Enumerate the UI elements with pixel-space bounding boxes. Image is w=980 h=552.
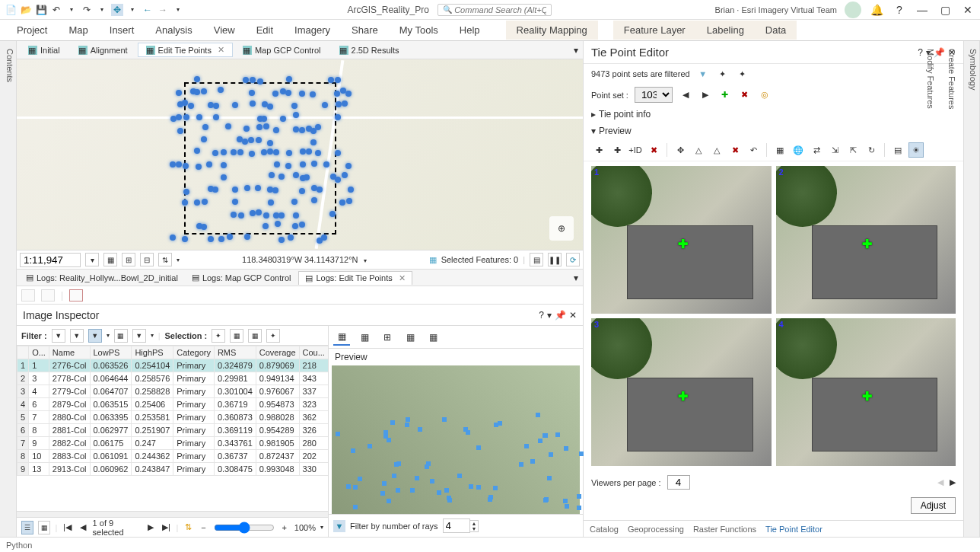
tiepoint-marker[interactable] [300, 148, 306, 155]
tiepoint-marker[interactable] [232, 187, 238, 193]
tpe-viewer-4[interactable]: ✚4 [776, 318, 956, 466]
command-search-input[interactable] [454, 5, 546, 14]
inspector-help-icon[interactable]: ? [539, 310, 544, 321]
tiepoint-marker[interactable] [221, 162, 227, 168]
prev-icon[interactable]: ◀ [77, 522, 88, 534]
refresh-icon[interactable]: ⟳ [566, 253, 580, 266]
inspector-close-icon[interactable]: ✕ [569, 310, 577, 321]
table-header[interactable] [18, 346, 29, 359]
tiepoint-marker[interactable] [244, 234, 250, 240]
maptab-25d[interactable]: ▦2.5D Results [331, 43, 408, 57]
copy-icon[interactable] [41, 289, 55, 302]
tiepoint-marker[interactable] [334, 91, 340, 97]
avatar[interactable] [845, 2, 861, 18]
redo-icon[interactable]: ↷ [81, 4, 93, 16]
image-tab-icon[interactable]: ▦ [356, 329, 373, 346]
tpe-viewer-1[interactable]: ✚1 [591, 166, 772, 314]
tpe-viewer-3[interactable]: ✚3 [591, 318, 772, 466]
dynamic-icon[interactable]: ⇅ [158, 253, 172, 266]
tiepoint-marker[interactable] [176, 161, 182, 168]
tiepoint-marker[interactable] [300, 161, 306, 168]
rail-contents[interactable]: Contents [4, 46, 16, 537]
table-view-icon[interactable] [21, 289, 35, 302]
table-header[interactable]: LowPS [90, 346, 132, 359]
tiepoint-marker[interactable] [176, 90, 182, 96]
dynamic-drop-icon[interactable]: ▾ [177, 257, 180, 263]
tpe-rotate-icon[interactable]: ↻ [864, 142, 879, 158]
maptab-initial[interactable]: ▦Initial [20, 43, 68, 57]
zoom-in-icon[interactable]: + [279, 522, 290, 534]
tpe-globe-icon[interactable]: 🌐 [791, 142, 806, 158]
h-scrollbar[interactable] [17, 511, 328, 517]
maptab-edit-tie-points[interactable]: ▦Edit Tie Points✕ [138, 43, 233, 57]
tiepoint-marker[interactable] [293, 112, 299, 118]
tiepoint-marker[interactable] [194, 76, 200, 82]
ribbon-tab-map[interactable]: Map [58, 21, 98, 40]
tiepoint-marker[interactable] [212, 150, 218, 156]
last-icon[interactable]: ▶| [161, 522, 171, 534]
tpe-filter-icon[interactable]: ▼ [696, 67, 710, 81]
tiepoint-marker[interactable] [299, 222, 305, 228]
table-header[interactable]: Category [173, 346, 215, 359]
tiepoint-marker[interactable] [213, 114, 219, 120]
undo-icon[interactable]: ↶ [50, 4, 62, 16]
tiepoint-marker[interactable] [201, 136, 207, 142]
tiepoint-marker[interactable] [304, 174, 310, 180]
tiepoint-marker[interactable] [293, 212, 299, 219]
ribbon-tab-help[interactable]: Help [449, 21, 491, 40]
tiepoint-marker[interactable] [206, 161, 212, 168]
scale-lock-icon[interactable]: ▾ [85, 253, 99, 266]
tiepoint-marker[interactable] [194, 148, 200, 154]
sel-zoom-icon[interactable]: ✦ [212, 329, 225, 343]
pointset-remove-icon[interactable]: ✖ [738, 88, 752, 102]
rail-symbology[interactable]: Symbology [967, 46, 979, 537]
tiepoint-marker[interactable] [273, 127, 279, 133]
tpe-help-icon[interactable]: ? [918, 47, 923, 58]
table-row[interactable]: 232778-Col0.0646440.258576Primary0.29981… [18, 372, 329, 385]
first-icon[interactable]: |◀ [62, 522, 72, 534]
pointset-next-icon[interactable]: ▶ [698, 88, 712, 102]
scale-dropdown[interactable] [20, 253, 81, 267]
tiepoint-marker[interactable] [196, 114, 202, 120]
tiepoint-marker[interactable] [267, 187, 273, 193]
tiepoint-marker[interactable] [256, 137, 262, 143]
tiepoint-marker[interactable] [293, 172, 299, 178]
point-set-dropdown[interactable]: 1035 [635, 87, 673, 103]
tiepoint-marker[interactable] [310, 91, 316, 97]
ribbon-tab-labeling[interactable]: Labeling [696, 21, 755, 40]
new-project-icon[interactable]: 📄 [5, 4, 17, 16]
tpe-page-prev-icon[interactable]: ◀ [937, 477, 943, 487]
ribbon-tab-feature-layer[interactable]: Feature Layer [613, 21, 696, 40]
tiepoint-marker[interactable] [194, 199, 200, 206]
tiepoint-marker[interactable] [170, 161, 176, 168]
tiepoint-marker[interactable] [221, 149, 227, 155]
tpe-info-header[interactable]: ▸ Tie point info [584, 106, 963, 123]
tiepoint-marker[interactable] [321, 235, 327, 241]
tiepoint-marker[interactable] [208, 236, 214, 242]
filter-clear-icon[interactable]: ▼ [132, 329, 146, 343]
tiepoint-marker[interactable] [237, 149, 243, 155]
table-header[interactable]: O... [29, 346, 49, 359]
tpe-enhance-icon[interactable]: ☀ [908, 142, 924, 158]
tpe-accept-icon[interactable]: △ [709, 142, 724, 158]
explore-drop-icon[interactable]: ▾ [126, 4, 138, 16]
pause-draw-icon[interactable]: ❚❚ [548, 253, 562, 266]
tiepoint-marker[interactable] [286, 150, 292, 156]
tiepoint-marker[interactable] [278, 237, 285, 243]
tiepoint-marker[interactable] [225, 123, 231, 129]
tiepoint-marker[interactable] [267, 148, 273, 155]
ribbon-tab-edit[interactable]: Edit [246, 21, 284, 40]
stats-tab-icon[interactable]: ⊞ [379, 329, 396, 346]
tiepoint-marker[interactable] [348, 187, 354, 193]
table-row[interactable]: 462879-Col0.0635150.25406Primary0.367190… [18, 398, 329, 411]
maptab-alignment[interactable]: ▦Alignment [70, 43, 136, 57]
navigator-icon[interactable]: ⊕ [549, 216, 574, 241]
view-rows-icon[interactable]: ☰ [21, 521, 33, 534]
back-icon[interactable]: ← [142, 4, 154, 16]
tiepoint-marker[interactable] [335, 114, 341, 120]
constraint-icon[interactable]: ▦ [103, 253, 117, 266]
image-table[interactable]: O...NameLowPSHighPSCategoryRMSCoverageCo… [17, 346, 328, 511]
tiepoint-marker[interactable] [218, 236, 224, 242]
filter-selected-icon[interactable]: ▦ [114, 329, 128, 343]
pointset-add-icon[interactable]: ✚ [718, 88, 732, 102]
